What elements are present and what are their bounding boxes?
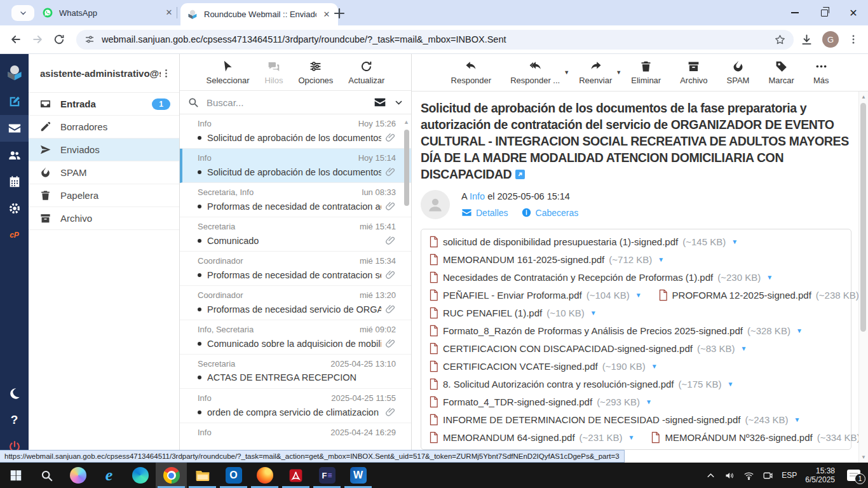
tray-expand-icon[interactable] (705, 470, 716, 481)
minimize-button[interactable] (780, 0, 810, 25)
forward-button[interactable] (27, 29, 48, 50)
profile-avatar[interactable]: G (822, 31, 839, 48)
attachment-item[interactable]: PEÑAFIEL - Enviar Proforma.pdf(~104 KB)▼ (429, 289, 642, 301)
scroll-up-icon[interactable]: ▲ (861, 94, 866, 100)
message-row[interactable]: Coordinadormié 15:34Proformas de necesid… (180, 252, 411, 286)
message-row[interactable]: Secretaria, Infolun 08:33Proformas de ne… (180, 183, 411, 217)
attachment-item[interactable]: CERTIFICACION CON DISCAPACIDAD-signed-si… (429, 342, 747, 355)
bookmark-star-icon[interactable] (774, 34, 786, 46)
rail-calendar-button[interactable] (0, 168, 29, 195)
recipient-link[interactable]: Info (470, 191, 485, 201)
attachment-menu-caret-icon[interactable]: ▼ (658, 256, 664, 263)
close-tab-icon[interactable]: ✕ (164, 8, 174, 18)
dropdown-caret-icon[interactable]: ▼ (564, 69, 569, 76)
reload-button[interactable] (48, 29, 70, 50)
attachment-menu-caret-icon[interactable]: ▼ (646, 398, 652, 405)
site-settings-icon[interactable] (84, 34, 95, 45)
downloads-icon[interactable] (800, 33, 813, 46)
new-tab-button[interactable] (332, 6, 347, 21)
search-scope-mail-icon[interactable] (374, 96, 386, 109)
attachment-item[interactable]: solicitud de disponibilidad presupuestar… (429, 236, 738, 248)
attachment-menu-caret-icon[interactable]: ▼ (794, 416, 800, 423)
rail-help-button[interactable]: ? (0, 407, 29, 433)
message-row[interactable]: Coordinadormié 13:20Proformas de necesid… (180, 286, 411, 320)
attachment-item[interactable]: RUC PENAFIEL (1).pdf(~10 KB)▼ (429, 307, 597, 319)
taskbar-acrobat-icon[interactable] (280, 463, 311, 488)
message-row[interactable]: Secretariamié 15:41Comunicado (180, 217, 411, 252)
taskbar-search-icon[interactable] (31, 463, 62, 488)
actualizar-button[interactable]: Actualizar (348, 60, 384, 85)
message-row[interactable]: Info, Secretariamié 09:02Comunicado sobr… (180, 320, 411, 355)
attachment-item[interactable]: CERTIFICACION VCATE-signed.pdf(~190 KB)▼ (429, 360, 658, 372)
address-bar[interactable]: webmail.sanjuan.gob.ec/cpsess4713464511/… (76, 30, 794, 50)
dropdown-caret-icon[interactable]: ▼ (616, 69, 621, 76)
attachment-menu-caret-icon[interactable]: ▼ (796, 327, 803, 334)
taskbar-edge-icon[interactable] (125, 463, 156, 488)
attachment-item[interactable]: MEMORÁNDUM Nº326-signed.pdf(~334 KB)▼ (651, 431, 868, 444)
message-row[interactable]: InfoHoy 15:26Solicitud de aprobación de … (180, 114, 411, 149)
attachment-menu-caret-icon[interactable]: ▼ (766, 274, 773, 281)
taskbar-outlook-icon[interactable]: O (218, 463, 249, 488)
marcar-button[interactable]: Marcar (768, 60, 794, 85)
rail-roundcube-logo-button[interactable] (0, 58, 29, 88)
scrollbar-thumb[interactable] (860, 103, 866, 332)
message-row[interactable]: Secretaria2025-04-25 13:10ACTAS DE ENTRE… (180, 355, 411, 389)
attachment-item[interactable]: 8. Solicitud Autorización contra y resol… (429, 378, 733, 390)
attachment-menu-caret-icon[interactable]: ▼ (728, 381, 734, 388)
taskbar-start-icon[interactable] (0, 463, 31, 488)
rail-darkmode-button[interactable] (0, 380, 29, 407)
sidebar-item-enviados[interactable]: Enviados (29, 139, 179, 161)
back-button[interactable] (5, 29, 27, 50)
attachment-menu-caret-icon[interactable]: ▼ (628, 434, 635, 441)
rail-settings-button[interactable] (0, 195, 29, 222)
taskbar-copilot-icon[interactable] (62, 463, 93, 488)
scroll-down-icon[interactable]: ▼ (861, 454, 866, 460)
seleccionar-button[interactable]: Seleccionar (207, 60, 250, 85)
responder-button[interactable]: Responder ...▼ (510, 60, 560, 85)
wifi-icon[interactable] (743, 470, 754, 481)
meet-now-icon[interactable] (763, 470, 773, 481)
open-in-new-window-icon[interactable] (515, 170, 525, 179)
message-row[interactable]: InfoHoy 15:14Solicitud de aprobación de … (180, 149, 411, 183)
attachment-menu-caret-icon[interactable]: ▼ (731, 238, 738, 245)
tab-roundcube[interactable]: Roundcube Webmail :: Enviados ✕ (180, 3, 338, 25)
attachment-menu-caret-icon[interactable]: ▼ (590, 309, 597, 316)
taskbar-fes-icon[interactable]: F≡ (311, 463, 342, 488)
search-input[interactable] (205, 97, 367, 109)
browser-menu-icon[interactable] (848, 34, 859, 45)
eliminar-button[interactable]: Eliminar (631, 60, 661, 85)
rail-contacts-button[interactable] (0, 142, 29, 168)
spam-button[interactable]: SPAM (727, 60, 750, 85)
rail-cpanel-button[interactable]: cP (0, 222, 29, 248)
scroll-up-icon[interactable]: ▲ (403, 119, 409, 125)
attachment-item[interactable]: Necesidades de Contratación y Recepción … (429, 271, 773, 283)
rail-compose-button[interactable] (0, 88, 29, 115)
sidebar-item-entrada[interactable]: Entrada1 (29, 93, 179, 116)
attachment-menu-caret-icon[interactable]: ▼ (635, 292, 642, 299)
sidebar-item-borradores[interactable]: Borradores (29, 116, 179, 139)
sidebar-item-archivo[interactable]: Archivo (29, 207, 179, 230)
rail-mail-button[interactable] (0, 115, 29, 142)
hilos-button[interactable]: Hilos (265, 60, 283, 85)
close-tab-icon[interactable]: ✕ (322, 10, 332, 20)
reenviar-button[interactable]: Reenviar▼ (579, 60, 612, 85)
close-window-button[interactable]: ✕ (839, 0, 868, 25)
headers-toggle[interactable]: Cabeceras (521, 207, 579, 218)
notifications-icon[interactable]: 1 (847, 470, 860, 481)
attachment-item[interactable]: MEMORANDUM 64-signed.pdf(~231 KB)▼ (429, 431, 634, 444)
attachment-item[interactable]: PROFORMA 12-2025-signed.pdf(~238 KB)▼ (658, 289, 868, 301)
taskbar-firefox-icon[interactable] (249, 463, 280, 488)
attachment-item[interactable]: Formato_8_Razón de Proformas y Análisis … (429, 325, 803, 337)
opciones-button[interactable]: Opciones (298, 60, 333, 85)
archivo-button[interactable]: Archivo (680, 60, 707, 85)
clock[interactable]: 15:38 6/5/2025 (805, 466, 835, 484)
attachment-menu-caret-icon[interactable]: ▼ (651, 363, 658, 370)
account-menu-icon[interactable] (161, 68, 172, 79)
message-row[interactable]: Info2025-04-25 11:55orden de compra serv… (180, 389, 411, 423)
language-indicator[interactable]: ESP (782, 471, 797, 480)
attachment-menu-caret-icon[interactable]: ▼ (741, 345, 747, 352)
attachment-item[interactable]: INFORME DE DETERMINACION DE NECESIDAD -s… (429, 414, 800, 426)
restore-button[interactable] (810, 0, 839, 25)
más-button[interactable]: Más (813, 60, 829, 85)
taskbar-explorer-icon[interactable] (187, 463, 218, 488)
